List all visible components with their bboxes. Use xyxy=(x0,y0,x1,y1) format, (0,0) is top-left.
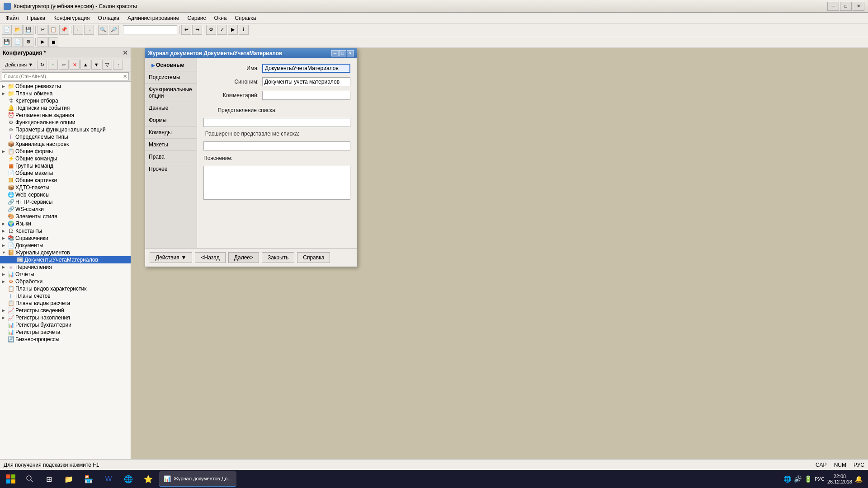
tree-item-func_opcii[interactable]: ⚙Функциональные опции xyxy=(0,119,131,126)
tree-item-yazyki[interactable]: ▶🌍Языки xyxy=(0,220,131,227)
back-button[interactable]: <Назад xyxy=(195,252,225,263)
help-button[interactable]: Справка xyxy=(297,252,330,263)
predstavlenie-input[interactable] xyxy=(203,118,350,127)
tree-item-plany_vidov_rascheta[interactable]: 📋Планы видов расчета xyxy=(0,300,131,307)
modal-sidebar-item-podsistemy[interactable]: Подсистемы xyxy=(145,71,197,84)
poyasnenie-textarea[interactable] xyxy=(203,166,350,200)
imya-input[interactable] xyxy=(262,64,350,73)
config-btn-add[interactable]: + xyxy=(48,60,58,70)
tree-item-opredelyaemye_tipy[interactable]: TОпределяемые типы xyxy=(0,133,131,141)
taskbar-app-1c[interactable]: 📊 Журнал документов До... xyxy=(159,471,236,487)
tree-item-perechisleniya[interactable]: ▶≡Перечисления xyxy=(0,263,131,271)
menu-windows[interactable]: Окна xyxy=(211,14,231,22)
tree-item-plany_obmena[interactable]: ▶📁Планы обмена xyxy=(0,90,131,97)
modal-sidebar-item-komandy[interactable]: Команды xyxy=(145,127,197,139)
config-btn-edit[interactable]: ✏ xyxy=(59,60,69,70)
toolbar2-settings2[interactable]: ⚙ xyxy=(24,37,33,47)
toolbar-redo[interactable]: ↪ xyxy=(192,25,202,35)
menu-file[interactable]: Файл xyxy=(2,14,23,22)
toolbar-info[interactable]: ℹ xyxy=(239,25,249,35)
tree-item-obshie_formy[interactable]: ▶📋Общие формы xyxy=(0,148,131,155)
tree-item-biznes_processy[interactable]: 🔄Бизнес-процессы xyxy=(0,336,131,343)
config-btn-delete[interactable]: ✕ xyxy=(70,60,80,70)
toolbar2-stop[interactable]: ⏹ xyxy=(48,37,58,47)
toolbar-forward[interactable]: → xyxy=(84,25,94,35)
tree-item-gruppy_komand[interactable]: ▦Группы команд xyxy=(0,162,131,169)
config-btn-down[interactable]: ▼ xyxy=(91,60,101,70)
taskbar-lang-indicator[interactable]: РУС xyxy=(815,476,825,482)
tree-item-plany_vidov_har[interactable]: 📋Планы видов характеристик xyxy=(0,285,131,292)
tree-item-registry_rascheta[interactable]: 📊Регистры расчёта xyxy=(0,328,131,336)
tree-item-elementy_stilya[interactable]: 🎨Элементы стиля xyxy=(0,213,131,220)
modal-maximize[interactable]: □ xyxy=(339,50,346,56)
tree-item-registry_buh[interactable]: 📊Регистры бухгалтерии xyxy=(0,321,131,328)
tree-item-obshie_kartinki[interactable]: 🖼Общие картинки xyxy=(0,177,131,184)
toolbar-refresh[interactable]: ↩ xyxy=(181,25,191,35)
menu-help[interactable]: Справка xyxy=(231,14,259,22)
tree-item-param_func_opcii[interactable]: ⚙Параметры функциональных опций xyxy=(0,126,131,133)
tree-item-registry_svedeniy[interactable]: ▶📈Регистры сведений xyxy=(0,307,131,314)
toolbar-paste[interactable]: 📌 xyxy=(59,25,69,35)
modal-sidebar-item-formy[interactable]: Формы xyxy=(145,114,197,127)
tree-item-kriterii_otbora[interactable]: ⚗Критерии отбора xyxy=(0,97,131,104)
tree-item-obshie_makety[interactable]: 📄Общие макеты xyxy=(0,169,131,177)
tree-item-plany_schetov[interactable]: ТПланы счетов xyxy=(0,292,131,300)
toolbar-back[interactable]: ← xyxy=(73,25,83,35)
config-search-input[interactable] xyxy=(2,72,129,80)
modal-minimize[interactable]: ─ xyxy=(331,50,339,56)
tree-item-spravochniki[interactable]: ▶📚Справочники xyxy=(0,235,131,242)
taskbar-extra[interactable]: ⭐ xyxy=(139,471,157,487)
actions-button[interactable]: Действия ▼ xyxy=(150,252,192,263)
tree-item-xdto_pakety[interactable]: 📦ХДТО-пакеты xyxy=(0,184,131,191)
rasshirennoe-input[interactable] xyxy=(203,141,350,150)
toolbar-find[interactable]: 🔎 xyxy=(109,25,119,35)
taskbar-search[interactable] xyxy=(22,471,38,487)
toolbar-new[interactable]: 📄 xyxy=(2,25,12,35)
taskbar-notification[interactable]: 🔔 xyxy=(855,475,863,483)
tree-item-dokumenty_ucheta[interactable]: 📰ДокументыУчетаМатериалов xyxy=(0,256,131,263)
taskbar-files[interactable]: 📁 xyxy=(60,471,78,487)
modal-sidebar-item-func_opcii[interactable]: Функциональные опции xyxy=(145,84,197,102)
tree-item-registry_nakopleniya[interactable]: ▶📈Регистры накопления xyxy=(0,314,131,321)
toolbar-check[interactable]: ✓ xyxy=(217,25,227,35)
minimize-button[interactable]: ─ xyxy=(827,2,839,11)
start-button[interactable] xyxy=(2,471,20,487)
taskbar-chrome[interactable]: 🌐 xyxy=(119,471,137,487)
config-btn-more[interactable]: ⋮ xyxy=(113,60,123,70)
sinonim-input[interactable] xyxy=(262,77,350,86)
menu-debug[interactable]: Отладка xyxy=(94,14,123,22)
taskbar-store[interactable]: 🏪 xyxy=(80,471,98,487)
menu-edit[interactable]: Правка xyxy=(24,14,49,22)
tree-item-otchety[interactable]: ▶📊Отчёты xyxy=(0,271,131,278)
config-btn-up[interactable]: ▲ xyxy=(80,60,90,70)
taskbar-volume[interactable]: 🔊 xyxy=(794,475,802,483)
menu-admin[interactable]: Администрирование xyxy=(124,14,183,22)
modal-sidebar-item-prava[interactable]: Права xyxy=(145,151,197,163)
toolbar-copy[interactable]: 📋 xyxy=(48,25,58,35)
tree-item-reglam_zadania[interactable]: ⏰Регламентные задания xyxy=(0,112,131,119)
forward-button[interactable]: Далее> xyxy=(228,252,259,263)
config-btn-filter[interactable]: ▽ xyxy=(102,60,112,70)
modal-sidebar-item-dannye[interactable]: Данные xyxy=(145,102,197,114)
config-btn-refresh[interactable]: ↻ xyxy=(37,60,47,70)
toolbar-search-input[interactable] xyxy=(123,25,177,34)
toolbar-open[interactable]: 📂 xyxy=(13,25,23,35)
modal-sidebar-item-prochee[interactable]: Прочее xyxy=(145,163,197,175)
modal-close[interactable]: ✕ xyxy=(347,50,354,56)
menu-config[interactable]: Конфигурация xyxy=(50,14,94,22)
tree-item-hranilischa[interactable]: 📦Хранилища настроек xyxy=(0,141,131,148)
tree-item-http_servisy[interactable]: 🔗HTTP-сервисы xyxy=(0,198,131,206)
modal-sidebar-item-osnovnye[interactable]: ▶Основные xyxy=(145,59,197,71)
tree-item-zhurnaly_dokumentov[interactable]: ▼📔Журналы документов xyxy=(0,249,131,256)
taskbar-network[interactable]: 🌐 xyxy=(783,475,791,483)
toolbar-cut[interactable]: ✂ xyxy=(38,25,47,35)
taskbar-word[interactable]: W xyxy=(99,471,118,487)
config-actions-menu[interactable]: Действия ▼ xyxy=(2,60,36,70)
tree-item-obrabotki[interactable]: ▶⚙Обработки xyxy=(0,278,131,285)
tree-item-web_servisy[interactable]: 🌐Web-сервисы xyxy=(0,191,131,198)
kommentariy-input[interactable] xyxy=(262,91,350,100)
tree-item-obshie_komandy[interactable]: ⚡Общие команды xyxy=(0,155,131,162)
tree-item-obshie_rekvizity[interactable]: ▶📁Общие реквизиты xyxy=(0,83,131,90)
toolbar2-save[interactable]: 💾 xyxy=(2,37,12,47)
toolbar-search[interactable]: 🔍 xyxy=(98,25,108,35)
